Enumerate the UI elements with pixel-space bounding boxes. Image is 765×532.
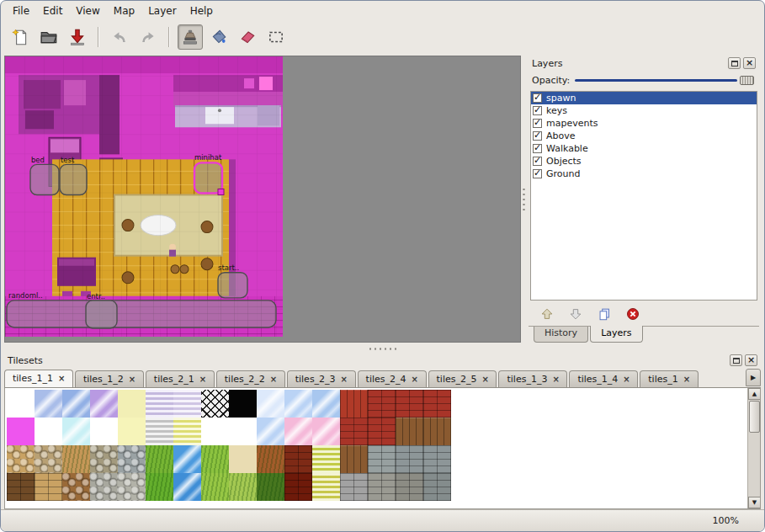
tileset-view[interactable]: ▲ ▼ (4, 388, 761, 509)
tileset-tile[interactable] (62, 390, 90, 418)
tileset-tile[interactable] (90, 473, 118, 501)
eraser-button[interactable] (235, 24, 260, 50)
tileset-tile[interactable] (7, 473, 35, 501)
tileset-tile[interactable] (284, 473, 312, 501)
tileset-tile[interactable] (118, 445, 146, 473)
opacity-slider-handle[interactable] (740, 76, 754, 85)
tileset-tile[interactable] (396, 390, 423, 418)
tileset-tile[interactable] (229, 473, 257, 501)
tileset-tile[interactable] (35, 445, 62, 473)
tab-close-icon[interactable] (683, 375, 692, 384)
layer-visibility-checkbox[interactable] (533, 169, 542, 178)
menu-help[interactable]: Help (183, 3, 220, 19)
tileset-tile[interactable] (368, 473, 396, 501)
tileset-tile[interactable] (368, 445, 396, 473)
undo-button[interactable] (107, 24, 132, 50)
layer-visibility-checkbox[interactable] (533, 93, 542, 103)
layer-row-keys[interactable]: keys (531, 104, 757, 117)
layer-visibility-checkbox[interactable] (533, 157, 542, 166)
tab-close-icon[interactable] (341, 375, 349, 384)
tileset-tile[interactable] (312, 390, 340, 418)
tileset-tile[interactable] (340, 473, 368, 501)
tileset-tile[interactable] (257, 390, 284, 418)
tileset-tile[interactable] (423, 390, 451, 418)
bucket-fill-button[interactable] (206, 24, 231, 50)
tileset-tile[interactable] (7, 445, 35, 473)
tileset-tile[interactable] (173, 473, 201, 501)
tileset-tile[interactable] (201, 418, 229, 445)
open-map-button[interactable] (36, 24, 61, 50)
tileset-tile[interactable] (284, 418, 312, 445)
tileset-tile[interactable] (368, 418, 396, 445)
scrollbar-thumb[interactable] (749, 401, 760, 433)
menu-layer[interactable]: Layer (141, 3, 183, 19)
vertical-splitter[interactable] (521, 56, 527, 343)
tileset-scrollbar[interactable]: ▲ ▼ (747, 388, 760, 508)
tileset-tile[interactable] (118, 473, 146, 501)
tileset-tile[interactable] (423, 418, 451, 445)
tileset-tile[interactable] (35, 390, 62, 418)
map-canvas[interactable]: bed test minihat start.. randoml. (5, 56, 520, 342)
map-object-minihat[interactable]: minihat (194, 153, 224, 194)
tileset-tile[interactable] (312, 473, 340, 501)
tileset-tile[interactable] (90, 418, 118, 445)
tileset-tile[interactable] (340, 418, 368, 445)
tileset-tab-tiles_1_3[interactable]: tiles_1_3 (498, 370, 567, 387)
tileset-tile[interactable] (312, 418, 340, 445)
tileset-tile[interactable] (368, 390, 396, 418)
layer-visibility-checkbox[interactable] (533, 131, 542, 141)
layers-float-button[interactable] (728, 57, 741, 69)
opacity-slider[interactable] (575, 74, 756, 86)
tileset-tile[interactable] (229, 390, 257, 418)
duplicate-layer-button[interactable] (594, 304, 614, 324)
tileset-tile[interactable] (173, 418, 201, 445)
tileset-tile[interactable] (201, 473, 229, 501)
tileset-tile[interactable] (90, 445, 118, 473)
tab-close-icon[interactable] (199, 375, 208, 384)
tab-close-icon[interactable] (481, 375, 490, 384)
tileset-tab-tiles_1_4[interactable]: tiles_1_4 (569, 370, 638, 387)
scroll-down-button[interactable]: ▼ (748, 497, 761, 508)
tileset-tab-tiles_1_1[interactable]: tiles_1_1 (4, 370, 73, 388)
tab-close-icon[interactable] (552, 375, 560, 384)
tileset-tile[interactable] (173, 390, 201, 418)
layers-close-button[interactable] (743, 57, 756, 69)
tileset-tile[interactable] (340, 390, 368, 418)
tileset-tile[interactable] (284, 445, 312, 473)
tileset-tab-overflow[interactable]: tiles_1 (640, 370, 698, 387)
tileset-tile[interactable] (201, 390, 229, 418)
tab-close-icon[interactable] (270, 375, 279, 384)
map-view[interactable]: bed test minihat start.. randoml. (4, 56, 521, 343)
tab-close-icon[interactable] (129, 375, 137, 384)
menu-edit[interactable]: Edit (36, 3, 69, 19)
tileset-tab-tiles_2_1[interactable]: tiles_2_1 (146, 370, 215, 387)
tileset-tile[interactable] (35, 418, 62, 445)
tileset-tile[interactable] (146, 473, 173, 501)
tilesets-panel-titlebar[interactable]: Tilesets (4, 353, 761, 368)
tileset-tile[interactable] (257, 445, 284, 473)
tileset-tab-tiles_2_3[interactable]: tiles_2_3 (287, 370, 356, 387)
tilesets-close-button[interactable] (745, 354, 757, 366)
save-map-button[interactable] (65, 24, 90, 50)
layer-visibility-checkbox[interactable] (533, 119, 542, 128)
layer-row-mapevents[interactable]: mapevents (531, 117, 757, 130)
tab-history[interactable]: History (534, 327, 588, 343)
new-map-button[interactable] (8, 24, 33, 50)
layer-row-spawn[interactable]: spawn (531, 92, 757, 104)
tileset-tile[interactable] (146, 418, 173, 445)
lower-layer-button[interactable] (566, 304, 586, 324)
tileset-tile[interactable] (90, 390, 118, 418)
tileset-tab-tiles_2_2[interactable]: tiles_2_2 (216, 370, 285, 387)
tileset-tile[interactable] (229, 418, 257, 445)
tileset-tile[interactable] (396, 418, 423, 445)
tileset-tile[interactable] (173, 445, 201, 473)
tileset-tab-tiles_1_2[interactable]: tiles_1_2 (75, 370, 144, 387)
tileset-tile[interactable] (423, 445, 451, 473)
tileset-tile[interactable] (146, 445, 173, 473)
tab-close-icon[interactable] (623, 375, 631, 384)
tileset-tile[interactable] (396, 473, 423, 501)
tileset-tile[interactable] (118, 390, 146, 418)
layer-visibility-checkbox[interactable] (533, 106, 542, 115)
tileset-tile[interactable] (423, 473, 451, 501)
delete-layer-button[interactable] (623, 304, 643, 324)
